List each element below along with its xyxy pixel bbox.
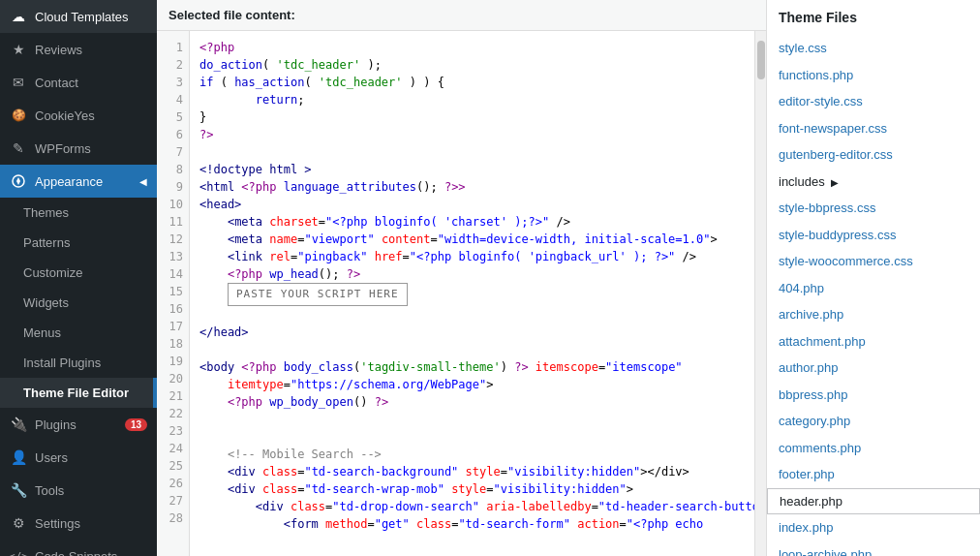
theme-files-panel: Theme Files style.cssfunctions.phpeditor… — [767, 0, 980, 556]
sidebar-item-contact[interactable]: ✉ Contact — [0, 66, 157, 99]
theme-files-title: Theme Files — [767, 10, 980, 35]
sidebar-label: Settings — [35, 516, 80, 531]
editor-header-label: Selected file content: — [168, 8, 295, 22]
sidebar-label: Tools — [35, 483, 64, 498]
settings-icon: ⚙ — [10, 514, 27, 532]
sidebar-label: Appearance — [35, 174, 103, 189]
users-icon: 👤 — [10, 448, 27, 466]
sidebar-label: CookieYes — [35, 108, 95, 123]
files-list: style.cssfunctions.phpeditor-style.cssfo… — [767, 35, 980, 556]
file-item[interactable]: 404.php — [767, 275, 980, 302]
file-item[interactable]: index.php — [767, 514, 980, 541]
sidebar-item-cookieyes[interactable]: 🍪 CookieYes — [0, 99, 157, 132]
sidebar-label: WPForms — [35, 141, 91, 156]
sidebar-label: Install Plugins — [23, 355, 101, 370]
file-item[interactable]: category.php — [767, 408, 980, 435]
sidebar-item-install-plugins[interactable]: Install Plugins — [0, 348, 157, 378]
file-item[interactable]: style.css — [767, 35, 980, 62]
file-item[interactable]: font-newspaper.css — [767, 115, 980, 142]
editor-area: Selected file content: 12345 678910 1112… — [157, 0, 767, 556]
appearance-icon — [10, 172, 27, 190]
file-item[interactable]: includes ▶ — [767, 169, 980, 196]
sidebar-label: Themes — [23, 205, 69, 220]
sidebar-label: Customize — [23, 265, 82, 280]
sidebar-item-code-snippets[interactable]: </> Code Snippets — [0, 540, 157, 556]
code-icon: </> — [10, 547, 27, 556]
sidebar-label: Theme File Editor — [23, 386, 129, 400]
cookie-icon: 🍪 — [10, 107, 27, 124]
file-item[interactable]: style-woocommerce.css — [767, 248, 980, 275]
plugins-badge: 13 — [125, 418, 147, 431]
sidebar-label: Menus — [23, 325, 61, 340]
sidebar-item-settings[interactable]: ⚙ Settings — [0, 507, 157, 540]
sidebar-item-wpforms[interactable]: ✎ WPForms — [0, 132, 157, 165]
sidebar-label: Code Snippets — [35, 549, 117, 557]
file-item[interactable]: style-bbpress.css — [767, 195, 980, 222]
sidebar-item-patterns[interactable]: Patterns — [0, 228, 157, 258]
sidebar-item-themes[interactable]: Themes — [0, 198, 157, 228]
sidebar-item-cloud-templates[interactable]: ☁ Cloud Templates — [0, 0, 157, 33]
sidebar-label: Contact — [35, 76, 78, 90]
form-icon: ✎ — [10, 139, 27, 157]
file-item[interactable]: functions.php — [767, 62, 980, 89]
sidebar-item-users[interactable]: 👤 Users — [0, 441, 157, 474]
sidebar-item-plugins[interactable]: 🔌 Plugins 13 — [0, 408, 157, 441]
main-content: Selected file content: 12345 678910 1112… — [157, 0, 980, 556]
sidebar-label: Reviews — [35, 43, 82, 57]
sidebar-label: Patterns — [23, 235, 70, 250]
line-numbers: 12345 678910 1112131415 1617181920 21222… — [157, 31, 190, 556]
file-item[interactable]: header.php — [767, 488, 980, 515]
editor-scrollbar[interactable] — [754, 31, 766, 556]
scrollbar-thumb[interactable] — [757, 41, 765, 79]
sidebar-item-menus[interactable]: Menus — [0, 318, 157, 348]
sidebar-label: Cloud Templates — [35, 10, 129, 24]
file-item[interactable]: loop-archive.php — [767, 541, 980, 557]
sidebar-label: Plugins — [35, 417, 77, 432]
code-editor[interactable]: <?php do_action( 'tdc_header' ); if ( ha… — [190, 31, 754, 556]
file-item[interactable]: author.php — [767, 355, 980, 382]
plugins-icon: 🔌 — [10, 416, 27, 433]
file-item[interactable]: editor-style.css — [767, 88, 980, 115]
cloud-icon: ☁ — [10, 8, 27, 25]
file-item[interactable]: style-buddypress.css — [767, 222, 980, 249]
sidebar-item-customize[interactable]: Customize — [0, 258, 157, 288]
paste-placeholder: PASTE YOUR SCRIPT HERE — [228, 283, 408, 306]
tools-icon: 🔧 — [10, 481, 27, 499]
editor-body: 12345 678910 1112131415 1617181920 21222… — [157, 31, 766, 556]
collapse-arrow: ◀ — [139, 176, 147, 187]
content-wrapper: Selected file content: 12345 678910 1112… — [157, 0, 980, 556]
file-item[interactable]: comments.php — [767, 435, 980, 462]
sidebar-item-appearance[interactable]: Appearance ◀ — [0, 165, 157, 198]
sidebar-item-theme-file-editor[interactable]: Theme File Editor — [0, 378, 157, 408]
star-icon: ★ — [10, 41, 27, 58]
sidebar: ☁ Cloud Templates ★ Reviews ✉ Contact 🍪 … — [0, 0, 157, 556]
file-item[interactable]: bbpress.php — [767, 382, 980, 409]
sidebar-item-reviews[interactable]: ★ Reviews — [0, 33, 157, 66]
file-item[interactable]: footer.php — [767, 461, 980, 488]
sidebar-label: Users — [35, 450, 68, 465]
file-item[interactable]: attachment.php — [767, 328, 980, 355]
sidebar-item-tools[interactable]: 🔧 Tools — [0, 474, 157, 507]
file-item[interactable]: archive.php — [767, 301, 980, 328]
envelope-icon: ✉ — [10, 74, 27, 91]
file-item[interactable]: gutenberg-editor.css — [767, 141, 980, 169]
editor-header: Selected file content: — [157, 0, 766, 31]
sidebar-label: Widgets — [23, 295, 69, 310]
sidebar-item-widgets[interactable]: Widgets — [0, 288, 157, 318]
